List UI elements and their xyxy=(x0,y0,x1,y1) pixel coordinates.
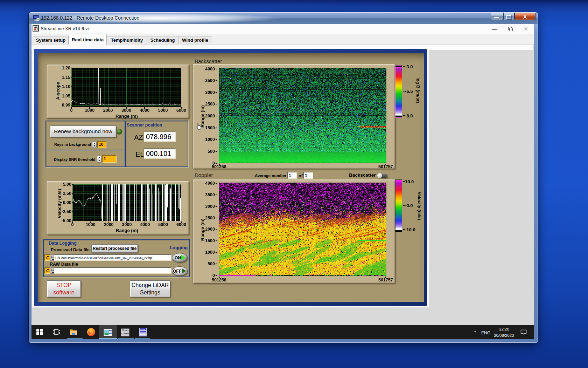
svg-text:GEEK: GEEK xyxy=(140,328,146,330)
